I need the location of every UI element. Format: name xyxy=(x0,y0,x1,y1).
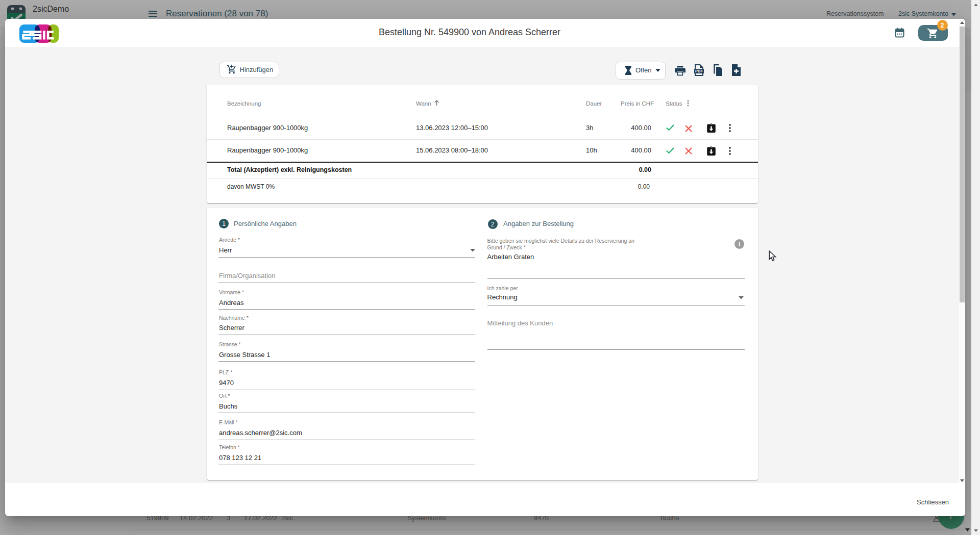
svg-text:PDF: PDF xyxy=(695,69,703,73)
